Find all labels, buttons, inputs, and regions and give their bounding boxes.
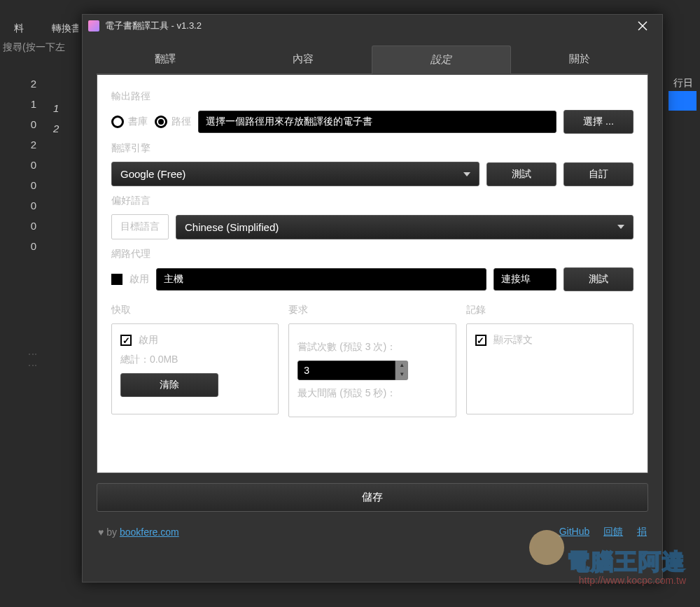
footer-site-link[interactable]: bookfere.com: [120, 526, 179, 538]
cache-box: 啟用 總計：0.0MB 清除: [111, 323, 279, 414]
cache-enable-label: 啟用: [139, 334, 158, 347]
tab-translate[interactable]: 翻譯: [97, 46, 234, 74]
language-row: 目標語言 Chinese (Simplified): [111, 214, 634, 239]
translator-dialog: 電子書翻譯工具 - v1.3.2 翻譯 內容 設定 關於 輸出路徑 書庫 路徑 …: [82, 14, 663, 582]
engine-row: Google (Free) 測試 自訂: [111, 162, 634, 186]
section-cache: 快取: [111, 304, 279, 316]
bg-count: 2: [7, 134, 42, 155]
retry-spinner[interactable]: ▲ ▼: [298, 361, 447, 380]
bg-count: 0: [7, 236, 42, 256]
bg-right-header: 行日: [673, 77, 693, 90]
engine-test-button[interactable]: 測試: [486, 162, 556, 186]
dialog-footer: ♥ by bookfere.com GitHub 回饋 捐: [98, 526, 647, 538]
footer-donate-link[interactable]: 捐: [637, 526, 647, 537]
bg-count: 0: [7, 216, 42, 236]
footer-credit: ♥ by bookfere.com: [98, 526, 179, 538]
col-log: 記錄 顯示譯文: [466, 300, 634, 417]
spin-down-icon[interactable]: ▼: [396, 370, 408, 379]
footer-by: by: [104, 526, 120, 538]
col-request: 要求 嘗試次數 (預設 3 次)： ▲ ▼ 最大間隔 (預設 5 秒)：: [288, 300, 456, 417]
tab-about[interactable]: 關於: [511, 46, 649, 74]
app-icon: [88, 20, 99, 32]
log-box: 顯示譯文: [466, 323, 634, 414]
footer-feedback-link[interactable]: 回饋: [603, 526, 623, 537]
output-path-row: 書庫 路徑 選擇一個路徑用來存放翻譯後的電子書 選擇 ...: [111, 110, 634, 134]
section-request: 要求: [288, 304, 456, 316]
bg-count: 0: [7, 114, 42, 134]
bg-count: 0: [7, 195, 42, 216]
radio-library-wrap[interactable]: 書庫: [111, 116, 148, 128]
bottom-columns: 快取 啟用 總計：0.0MB 清除 要求 嘗試次數 (預設 3 次)：: [111, 300, 634, 417]
choose-path-button[interactable]: 選擇 ...: [564, 110, 634, 134]
radio-library[interactable]: [111, 116, 124, 128]
cache-total: 總計：0.0MB: [120, 354, 270, 366]
settings-panel: 輸出路徑 書庫 路徑 選擇一個路徑用來存放翻譯後的電子書 選擇 ... 翻譯引擎…: [97, 74, 648, 473]
bg-count: 0: [7, 155, 42, 175]
col-cache: 快取 啟用 總計：0.0MB 清除: [111, 300, 279, 417]
tab-content[interactable]: 內容: [234, 46, 372, 74]
bg-row-num: 1: [49, 98, 77, 118]
bg-search-hint: 搜尋(按一下左: [0, 39, 68, 57]
proxy-test-button[interactable]: 測試: [564, 267, 634, 291]
footer-links: GitHub 回饋 捐: [548, 526, 647, 538]
bg-toolbar-item: 料: [14, 22, 24, 35]
chevron-down-icon: [463, 172, 470, 176]
request-box: 嘗試次數 (預設 3 次)： ▲ ▼ 最大間隔 (預設 5 秒)：: [288, 323, 456, 417]
close-button[interactable]: [629, 15, 657, 37]
proxy-host-input[interactable]: 主機: [156, 268, 486, 291]
proxy-enable-label: 啟用: [130, 273, 149, 286]
target-lang-select[interactable]: Chinese (Simplified): [176, 215, 634, 239]
proxy-row: 啟用 主機 連接埠 測試: [111, 267, 634, 291]
save-row: 儲存: [97, 483, 648, 512]
cache-enable-checkbox[interactable]: [120, 335, 132, 346]
bg-row-num: 2: [49, 118, 77, 139]
proxy-port-input[interactable]: 連接埠: [493, 268, 556, 291]
bg-list-index: 1 2: [49, 98, 77, 139]
section-engine: 翻譯引擎: [111, 142, 634, 155]
interval-label: 最大間隔 (預設 5 秒)：: [298, 387, 447, 400]
bg-count: 2: [7, 74, 42, 94]
log-show-label: 顯示譯文: [493, 334, 533, 347]
section-output-path: 輸出路徑: [111, 90, 634, 103]
bg-selected-row: [668, 91, 696, 111]
section-proxy: 網路代理: [111, 248, 634, 260]
radio-library-label: 書庫: [128, 116, 148, 128]
engine-select[interactable]: Google (Free): [111, 162, 479, 186]
target-lang-value: Chinese (Simplified): [185, 221, 279, 233]
section-language: 偏好語言: [111, 195, 634, 207]
titlebar: 電子書翻譯工具 - v1.3.2: [83, 15, 662, 37]
tab-settings[interactable]: 設定: [372, 46, 511, 74]
close-icon: [638, 21, 648, 31]
retry-input[interactable]: [298, 361, 396, 380]
radio-path-label: 路徑: [172, 116, 191, 128]
bg-count: 1: [7, 94, 42, 114]
target-lang-label: 目標語言: [111, 214, 169, 239]
cache-clear-button[interactable]: 清除: [120, 373, 218, 397]
save-button[interactable]: 儲存: [97, 483, 648, 512]
log-show-checkbox[interactable]: [475, 335, 486, 346]
section-log: 記錄: [466, 304, 634, 316]
retry-label: 嘗試次數 (預設 3 次)：: [298, 341, 447, 354]
bg-sidebar: 2 1 0 2 0 0 0 0 0: [7, 74, 42, 256]
radio-path-wrap[interactable]: 路徑: [155, 116, 191, 128]
bg-count: 0: [7, 175, 42, 195]
tabs: 翻譯 內容 設定 關於: [97, 46, 648, 74]
spin-up-icon[interactable]: ▲: [396, 361, 408, 370]
bg-toolbar-item: 轉換書: [52, 22, 81, 35]
radio-path[interactable]: [155, 116, 167, 128]
footer-github-link[interactable]: GitHub: [559, 526, 590, 537]
output-path-input[interactable]: 選擇一個路徑用來存放翻譯後的電子書: [198, 111, 556, 133]
bg-drag-handle: ⋮⋮: [28, 350, 38, 372]
engine-custom-button[interactable]: 自訂: [564, 162, 634, 186]
chevron-down-icon: [617, 225, 624, 229]
engine-select-value: Google (Free): [120, 168, 186, 180]
window-title: 電子書翻譯工具 - v1.3.2: [105, 20, 629, 32]
proxy-enable-checkbox[interactable]: [111, 274, 122, 285]
